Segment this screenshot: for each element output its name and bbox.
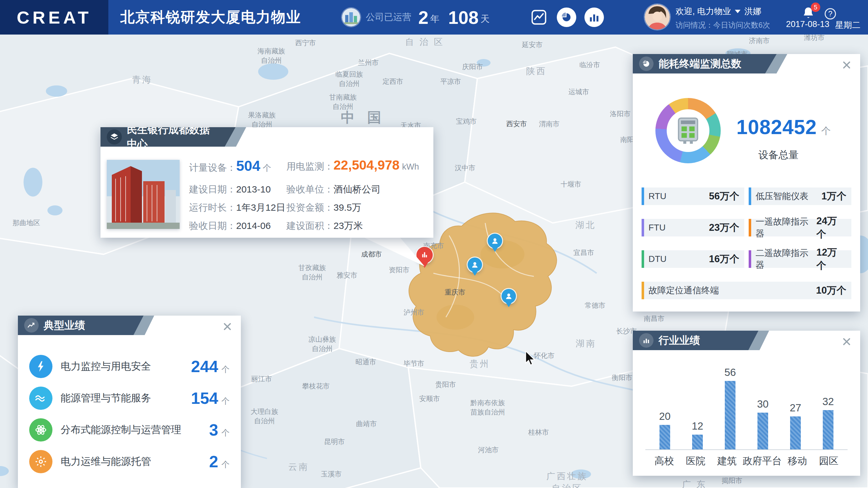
popup-pointer <box>352 236 433 271</box>
visits-info: 访问情况：今日访问次数6次 <box>676 20 770 30</box>
bar <box>790 417 801 449</box>
industry-panel-title: 行业业绩 <box>658 334 700 347</box>
popup-header: 民生银行成都数据中心 <box>100 127 236 147</box>
help-icon[interactable]: ? <box>825 8 836 20</box>
terminal-row-fault-ind-2: 二遥故障指示器12万个 <box>749 250 851 268</box>
pie-chart-button[interactable] <box>557 7 576 27</box>
bar-value-label: 12 <box>692 420 704 432</box>
date-display: 2017-08-13 星期二 <box>786 20 861 31</box>
user-avatar[interactable] <box>645 4 670 30</box>
site-pin-blue[interactable] <box>468 257 482 279</box>
close-icon[interactable] <box>841 336 852 347</box>
operating-day-unit: 天 <box>480 13 490 28</box>
pie-icon <box>639 57 653 71</box>
perf-row-energy-mgmt: 能源管理与节能服务 154个 <box>29 386 229 410</box>
device-donut-chart <box>655 98 721 163</box>
close-icon[interactable] <box>841 59 852 71</box>
gear-icon <box>29 450 53 473</box>
popup-title: 民生银行成都数据中心 <box>127 123 217 151</box>
field-build-date: 建设日期：2013-10 <box>189 183 271 196</box>
device-total-label: 设备总量 <box>758 148 799 162</box>
bar-category-label: 移动 <box>782 454 813 467</box>
notification-bell-icon[interactable]: 5 <box>801 6 815 21</box>
field-build-area: 建设面积：23万米 <box>286 219 363 233</box>
site-pin-blue[interactable] <box>488 234 502 255</box>
logo-block: CREAT <box>0 0 108 34</box>
field-run-time: 运行时长：1年3月12日 <box>189 201 285 214</box>
creat-logo: CREAT <box>17 7 92 28</box>
weekday-text: 星期二 <box>835 20 861 31</box>
bar <box>659 425 670 449</box>
datacenter-popup: 民生银行成都数据中心 计量设备：504个 用电监测：22,504,978kWh … <box>100 127 433 238</box>
device-icon <box>676 117 700 145</box>
terminal-row-dtu: DTU16万个 <box>642 250 744 268</box>
energy-panel-header: 能耗终端监测总数 <box>633 54 777 73</box>
bar <box>725 381 736 449</box>
typical-panel-title: 典型业绩 <box>44 318 85 333</box>
perf-row-ops-hosting: 电力运维与能源托管 2个 <box>29 450 229 474</box>
chevron-down-icon[interactable] <box>735 10 741 13</box>
bar-column: 20 <box>649 410 681 449</box>
industry-bar-chart: 201256302732 高校医院建筑政府平台移动园区 <box>645 365 847 467</box>
page-title: 北京科锐研发大厦电力物业 <box>120 7 301 27</box>
building-photo <box>107 160 180 229</box>
bar-category-label: 政府平台 <box>743 454 782 467</box>
bar-value-label: 30 <box>757 398 769 410</box>
site-pin-blue[interactable] <box>501 289 516 311</box>
welcome-text: 欢迎, 电力物业 <box>676 6 731 17</box>
operating-year-unit: 年 <box>430 13 439 28</box>
terminal-list: RTU56万个 低压智能仪表1万个 FTU23万个 一遥故障指示器24万个 DT… <box>642 187 851 299</box>
bar-column: 32 <box>812 396 844 449</box>
trend-icon <box>24 318 39 333</box>
industry-performance-panel: 行业业绩 201256302732 高校医院建筑政府平台移动园区 <box>633 331 860 476</box>
bar-category-label: 园区 <box>813 454 844 467</box>
bar-column: 27 <box>779 402 812 449</box>
operating-label: 公司已运营 <box>366 11 411 24</box>
bar-chart-button[interactable] <box>584 7 604 27</box>
bar <box>823 410 833 449</box>
bar <box>757 413 768 449</box>
bar-category-label: 医院 <box>680 454 711 467</box>
close-icon[interactable] <box>221 321 233 333</box>
bar <box>692 435 703 449</box>
user-name[interactable]: 洪娜 <box>744 6 761 17</box>
perf-row-distributed-energy: 分布式能源控制与运营管理 3个 <box>29 418 229 442</box>
field-investment: 投资金额：39.5万 <box>286 201 361 214</box>
industry-panel-header: 行业业绩 <box>633 331 758 350</box>
atom-icon <box>29 418 53 441</box>
bar-chart-icon <box>639 333 653 347</box>
bar-value-label: 27 <box>790 402 801 414</box>
trend-chart-button[interactable] <box>529 7 549 27</box>
typical-panel-header: 典型业绩 <box>18 315 144 335</box>
energy-panel-title: 能耗终端监测总数 <box>658 57 741 71</box>
bar-value-label: 56 <box>724 366 736 378</box>
bar-column: 56 <box>714 366 746 449</box>
header-chart-buttons <box>529 7 604 27</box>
terminal-row-fault-ind-1: 一遥故障指示器24万个 <box>749 219 851 237</box>
layers-icon <box>107 129 122 145</box>
device-total: 1082452 个 <box>736 116 831 139</box>
performance-list: 电力监控与用电安全 244个 能源管理与节能服务 154个 分布式能源控制与运营… <box>29 355 229 481</box>
terminal-row-rtu: RTU56万个 <box>642 187 744 205</box>
operating-days: 108 <box>448 7 478 28</box>
bar-category-label: 高校 <box>649 454 680 467</box>
operating-stats: 公司已运营 2 年 108 天 <box>342 7 492 28</box>
typical-performance-panel: 典型业绩 电力监控与用电安全 244个 能源管理与节能服务 154个 分布式能源… <box>18 315 241 488</box>
terminal-row-fault-comm: 故障定位通信终端10万个 <box>642 282 851 299</box>
top-header: CREAT 北京科锐研发大厦电力物业 公司已运营 2 年 108 天 欢迎, 电… <box>0 0 868 34</box>
lightning-icon <box>29 355 53 378</box>
user-block: 欢迎, 电力物业 洪娜 访问情况：今日访问次数6次 <box>645 4 770 30</box>
bar-value-label: 20 <box>659 410 671 422</box>
bar-value-label: 32 <box>823 396 834 407</box>
wave-icon <box>29 387 53 410</box>
field-accept-org: 验收单位：酒仙桥公司 <box>286 183 381 196</box>
operating-years: 2 <box>418 7 428 28</box>
bar-column: 30 <box>746 398 779 449</box>
chart-axis <box>645 449 847 450</box>
energy-terminal-panel: 能耗终端监测总数 1082452 个 设备总量 RTU56万个 低压智能仪表1万… <box>633 54 860 311</box>
building-emblem-icon <box>342 8 360 26</box>
perf-row-power-safety: 电力监控与用电安全 244个 <box>29 355 229 378</box>
notification-badge: 5 <box>811 2 820 12</box>
date-text: 2017-08-13 <box>786 20 829 31</box>
field-metering: 计量设备：504个 <box>189 159 271 174</box>
